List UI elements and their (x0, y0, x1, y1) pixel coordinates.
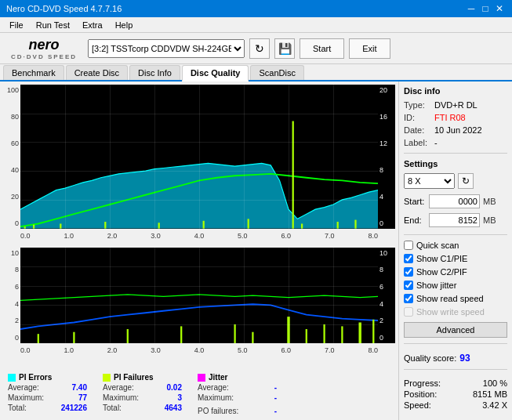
end-input[interactable] (429, 213, 480, 227)
tab-scan-disc[interactable]: ScanDisc (250, 65, 303, 80)
chart-area: 100 80 60 40 20 0 (0, 81, 398, 420)
y-label-top-60: 60 (5, 139, 19, 147)
divider-3 (404, 343, 507, 344)
disc-date-label: Date: (404, 125, 431, 135)
show-read-speed-row: Show read speed (404, 294, 507, 303)
quick-scan-row: Quick scan (404, 241, 507, 250)
advanced-button[interactable]: Advanced (404, 322, 507, 338)
jitter-title: Jitter (209, 373, 227, 382)
show-read-speed-checkbox[interactable] (404, 294, 413, 303)
pi-errors-max-value: 77 (56, 393, 87, 402)
progress-label: Progress: (404, 378, 441, 388)
speed-selector[interactable]: 8 X 4 X 2 X MAX (404, 173, 455, 189)
maximize-button[interactable]: □ (479, 2, 492, 15)
settings-refresh-btn[interactable]: ↻ (458, 173, 474, 189)
toolbar: nero CD·DVD SPEED [3:2] TSSTcorp CDDVDW … (0, 33, 512, 64)
divider-1 (404, 153, 507, 154)
quick-scan-checkbox[interactable] (404, 241, 413, 250)
divider-4 (404, 369, 507, 370)
jitter-color (198, 374, 205, 382)
menu-help[interactable]: Help (109, 19, 140, 31)
jitter-max-value: - (245, 393, 277, 402)
app-title: Nero CD-DVD Speed 4.7.7.16 (6, 4, 122, 13)
pi-failures-avg-value: 0.02 (151, 383, 182, 392)
settings-title: Settings (404, 159, 507, 168)
y2-label-right-0: 0 (379, 334, 394, 342)
start-range-row: Start: MB (404, 194, 507, 208)
speed-label: Speed: (404, 400, 431, 410)
bottom-chart (20, 248, 378, 343)
main-content: 100 80 60 40 20 0 (0, 81, 512, 420)
show-c1pie-label: Show C1/PIE (416, 254, 467, 263)
start-button[interactable]: Start (300, 38, 344, 59)
nero-logo: nero CD·DVD SPEED (5, 37, 83, 60)
start-input[interactable] (429, 194, 480, 208)
pi-errors-title: PI Errors (19, 373, 52, 382)
show-c2pif-checkbox[interactable] (404, 267, 413, 277)
y2-label-2: 2 (5, 317, 19, 324)
show-c1pie-checkbox[interactable] (404, 254, 413, 263)
legend-pi-errors: PI Errors Average: 7.40 Maximum: 77 Tota… (8, 373, 87, 414)
top-chart (20, 85, 378, 229)
menu-extra[interactable]: Extra (76, 19, 109, 31)
quality-score-label: Quality score: (404, 353, 456, 363)
speed-setting-row: 8 X 4 X 2 X MAX ↻ (404, 173, 507, 189)
y-label-right-20: 20 (379, 86, 394, 94)
po-failures-value: - (245, 407, 277, 415)
pi-errors-avg-label: Average: (8, 383, 51, 392)
y2-label-8: 8 (5, 266, 19, 273)
menu-file[interactable]: File (3, 19, 30, 31)
tab-disc-quality[interactable]: Disc Quality (182, 65, 249, 81)
show-jitter-row: Show jitter (404, 281, 507, 290)
disc-type-label: Type: (404, 100, 431, 110)
disc-id-row: ID: FTI R08 (404, 113, 507, 122)
close-button[interactable]: ✕ (493, 2, 506, 15)
position-value: 8151 MB (473, 389, 507, 399)
pi-errors-max-label: Maximum: (8, 393, 51, 402)
jitter-avg-label: Average: (198, 383, 241, 392)
show-c2-pif-row: Show C2/PIF (404, 267, 507, 277)
drive-selector[interactable]: [3:2] TSSTcorp CDDVDW SH-224GB SB00 (88, 39, 245, 58)
window-controls: ─ □ ✕ (465, 2, 506, 15)
legend-area: PI Errors Average: 7.40 Maximum: 77 Tota… (3, 370, 395, 417)
disc-label-row: Label: - (404, 138, 507, 147)
disc-info-title: Disc info (404, 86, 507, 96)
y2-label-10: 10 (5, 249, 19, 257)
pi-errors-color (8, 374, 16, 382)
show-write-speed-row: Show write speed (404, 307, 507, 317)
disc-date-row: Date: 10 Jun 2022 (404, 125, 507, 135)
pi-failures-total-label: Total: (103, 404, 146, 412)
y2-label-right-2: 2 (379, 317, 394, 324)
tab-create-disc[interactable]: Create Disc (66, 65, 128, 80)
y-label-top-20: 20 (5, 193, 19, 201)
save-button[interactable]: 💾 (274, 38, 295, 59)
menu-run-test[interactable]: Run Test (30, 19, 76, 31)
disc-type-value: DVD+R DL (434, 100, 478, 110)
refresh-button[interactable]: ↻ (249, 38, 270, 59)
jitter-max-label: Maximum: (198, 393, 241, 402)
y-label-right-4: 4 (379, 193, 394, 201)
legend-pi-failures: PI Failures Average: 0.02 Maximum: 3 Tot… (103, 373, 182, 414)
show-c2pif-label: Show C2/PIF (416, 267, 467, 277)
disc-date-value: 10 Jun 2022 (434, 125, 482, 135)
exit-button[interactable]: Exit (349, 38, 390, 59)
po-failures-label: PO failures: (198, 407, 241, 415)
y-label-top-100: 100 (5, 86, 19, 94)
pi-errors-total-value: 241226 (56, 404, 87, 412)
y-label-right-16: 16 (379, 113, 394, 121)
quick-scan-label: Quick scan (416, 241, 459, 250)
tab-benchmark[interactable]: Benchmark (3, 65, 64, 80)
minimize-button[interactable]: ─ (465, 2, 478, 15)
y2-label-right-10: 10 (379, 249, 394, 257)
y2-label-0: 0 (5, 334, 19, 342)
y2-label-right-6: 6 (379, 283, 394, 291)
disc-id-label: ID: (404, 113, 431, 122)
tab-bar: Benchmark Create Disc Disc Info Disc Qua… (0, 64, 512, 81)
top-chart-xaxis: 0.0 1.0 2.0 3.0 4.0 5.0 6.0 7.0 8.0 (20, 232, 378, 240)
show-jitter-checkbox[interactable] (404, 281, 413, 290)
start-unit: MB (483, 197, 496, 206)
disc-label-label: Label: (404, 138, 431, 147)
tab-disc-info[interactable]: Disc Info (129, 65, 180, 80)
show-jitter-label: Show jitter (416, 281, 456, 290)
menu-bar: File Run Test Extra Help (0, 17, 512, 33)
